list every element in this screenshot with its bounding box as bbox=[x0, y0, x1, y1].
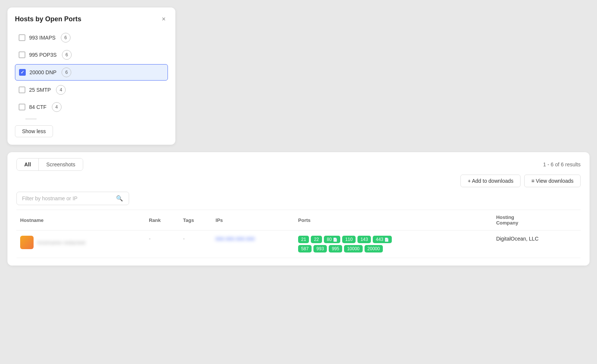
cell-ips: 000.000.000.000 bbox=[212, 230, 294, 258]
filter-panel-title: Hosts by Open Ports bbox=[15, 15, 81, 23]
favicon bbox=[20, 236, 34, 249]
add-to-downloads-button[interactable]: + Add to downloads bbox=[460, 175, 521, 187]
col-tags: Tags bbox=[179, 210, 212, 230]
port-tag-995[interactable]: 995 bbox=[329, 245, 342, 252]
checkbox-25-smtp[interactable] bbox=[19, 87, 25, 93]
hostname-value: hostname-redacted bbox=[37, 240, 85, 245]
filter-panel-header: Hosts by Open Ports × bbox=[15, 15, 168, 23]
filter-label-993-imaps: 993 IMAPS bbox=[29, 35, 56, 41]
truncation-indicator bbox=[25, 119, 37, 119]
filter-count-995-pop3s: 6 bbox=[62, 50, 72, 60]
filter-label-995-pop3s: 995 POP3S bbox=[29, 52, 57, 58]
port-tag-110[interactable]: 110 bbox=[342, 236, 356, 243]
tabs-container: All Screenshots bbox=[16, 158, 83, 171]
table-header: Hostname Rank Tags IPs Ports HostingComp… bbox=[16, 210, 581, 230]
hostname-cell: hostname-redacted bbox=[20, 236, 141, 249]
filter-count-993-imaps: 6 bbox=[61, 33, 71, 43]
port-tag-21[interactable]: 21 bbox=[298, 236, 309, 243]
port-tag-20000[interactable]: 20000 bbox=[365, 245, 383, 252]
checkbox-993-imaps[interactable] bbox=[19, 34, 25, 41]
filter-item-995-pop3s[interactable]: 995 POP3S 6 bbox=[15, 47, 168, 63]
col-hostname: Hostname bbox=[16, 210, 145, 230]
col-rank: Rank bbox=[145, 210, 179, 230]
filter-count-25-smtp: 4 bbox=[56, 85, 66, 95]
view-downloads-button[interactable]: ≡ View downloads bbox=[524, 175, 581, 187]
ip-value: 000.000.000.000 bbox=[216, 236, 255, 242]
checkbox-995-pop3s[interactable] bbox=[19, 51, 25, 58]
col-hosting: HostingCompany bbox=[493, 210, 581, 230]
doc-icon-443: 📄 bbox=[384, 238, 389, 242]
cell-tags: - bbox=[179, 230, 212, 258]
filter-item-84-ctf[interactable]: 84 CTF 4 bbox=[15, 99, 168, 115]
port-tag-22[interactable]: 22 bbox=[311, 236, 322, 243]
tags-value: - bbox=[183, 236, 185, 242]
close-button[interactable]: × bbox=[159, 15, 168, 23]
checkbox-84-ctf[interactable] bbox=[19, 104, 25, 110]
table-wrapper: Hostname Rank Tags IPs Ports HostingComp… bbox=[7, 210, 590, 266]
results-top-bar: All Screenshots 1 - 6 of 6 results bbox=[7, 152, 590, 171]
port-tag-10000[interactable]: 10000 bbox=[344, 245, 362, 252]
hostname-filter-input[interactable] bbox=[16, 192, 129, 205]
hosting-value: DigitalOcean, LLC bbox=[496, 236, 539, 242]
filter-list: 993 IMAPS 6 995 POP3S 6 20000 DNP 6 25 S… bbox=[15, 30, 168, 119]
filter-input-container: 🔍 bbox=[7, 187, 138, 210]
cell-ports: 21 22 80 📄 110 143 443 📄 587 993 995 100… bbox=[294, 230, 493, 258]
port-tag-80[interactable]: 80 📄 bbox=[324, 236, 340, 243]
port-tag-587[interactable]: 587 bbox=[298, 245, 312, 252]
col-ports: Ports bbox=[294, 210, 493, 230]
filter-item-25-smtp[interactable]: 25 SMTP 4 bbox=[15, 82, 168, 98]
port-tag-993[interactable]: 993 bbox=[313, 245, 327, 252]
filter-label-25-smtp: 25 SMTP bbox=[29, 87, 51, 93]
results-count: 1 - 6 of 6 results bbox=[543, 161, 581, 167]
show-less-button[interactable]: Show less bbox=[15, 125, 53, 137]
ports-list: 21 22 80 📄 110 143 443 📄 587 993 995 100… bbox=[298, 236, 403, 252]
filter-label-20000-dnp: 20000 DNP bbox=[29, 69, 56, 75]
filter-item-993-imaps[interactable]: 993 IMAPS 6 bbox=[15, 30, 168, 46]
checkbox-20000-dnp[interactable] bbox=[19, 69, 26, 76]
filter-label-84-ctf: 84 CTF bbox=[29, 104, 47, 110]
filter-item-20000-dnp[interactable]: 20000 DNP 6 bbox=[15, 64, 168, 81]
results-section: All Screenshots 1 - 6 of 6 results + Add… bbox=[7, 152, 590, 266]
table-body: hostname-redacted - - 000.000.000.000 bbox=[16, 230, 581, 258]
port-tag-443[interactable]: 443 📄 bbox=[373, 236, 392, 243]
filter-count-84-ctf: 4 bbox=[52, 102, 62, 112]
port-tag-143[interactable]: 143 bbox=[357, 236, 371, 243]
results-actions: + Add to downloads ≡ View downloads bbox=[7, 171, 590, 187]
col-ips: IPs bbox=[212, 210, 294, 230]
rank-value: - bbox=[149, 236, 151, 242]
tab-all[interactable]: All bbox=[17, 159, 39, 170]
results-table: Hostname Rank Tags IPs Ports HostingComp… bbox=[16, 210, 581, 258]
search-icon: 🔍 bbox=[116, 195, 123, 202]
filter-count-20000-dnp: 6 bbox=[62, 68, 71, 77]
cell-hosting: DigitalOcean, LLC bbox=[493, 230, 581, 258]
cell-rank: - bbox=[145, 230, 179, 258]
tab-screenshots[interactable]: Screenshots bbox=[39, 159, 83, 170]
cell-hostname: hostname-redacted bbox=[16, 230, 145, 258]
filter-panel: Hosts by Open Ports × 993 IMAPS 6 995 PO… bbox=[7, 7, 175, 145]
table-row: hostname-redacted - - 000.000.000.000 bbox=[16, 230, 581, 258]
doc-icon-80: 📄 bbox=[333, 238, 337, 242]
